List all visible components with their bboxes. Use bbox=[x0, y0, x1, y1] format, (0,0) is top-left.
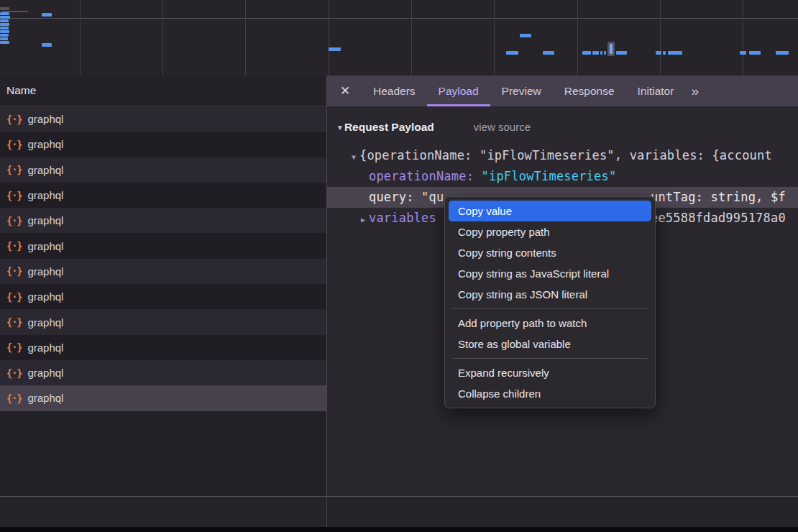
selected-request-bar bbox=[610, 44, 613, 54]
name-column-label: Name bbox=[6, 84, 36, 97]
network-request-row[interactable]: {·}graphql bbox=[0, 335, 326, 360]
request-timing-bar bbox=[776, 51, 789, 55]
request-timing-bar bbox=[616, 51, 627, 55]
request-name-label: graphql bbox=[27, 240, 63, 252]
tab-headers[interactable]: Headers bbox=[362, 75, 427, 106]
json-braces-icon: {·} bbox=[6, 139, 22, 150]
request-name-label: graphql bbox=[27, 138, 63, 150]
footer-divider bbox=[0, 496, 798, 497]
tab-initiator[interactable]: Initiator bbox=[626, 75, 686, 106]
network-request-row[interactable]: {·}graphql bbox=[0, 106, 326, 132]
request-timing-bar bbox=[600, 51, 602, 55]
request-timing-bar bbox=[604, 51, 606, 55]
menu-item-copy-value[interactable]: Copy value bbox=[449, 201, 651, 221]
request-timing-bar bbox=[0, 37, 8, 40]
request-name-label: graphql bbox=[27, 214, 63, 226]
menu-separator bbox=[452, 308, 648, 309]
panel-split-divider[interactable] bbox=[326, 75, 327, 527]
object-preview-text: {operationName: "ipFlowTimeseries", vari… bbox=[359, 148, 772, 162]
menu-item-expand-recursively[interactable]: Expand recursively bbox=[449, 362, 651, 383]
request-timing-bar bbox=[663, 51, 666, 55]
overview-gridline bbox=[494, 0, 495, 75]
collapse-triangle-icon[interactable]: ▼ bbox=[348, 147, 359, 166]
network-request-row[interactable]: {·}graphql bbox=[0, 183, 326, 208]
request-timing-bar bbox=[0, 34, 9, 37]
request-name-label: graphql bbox=[27, 392, 63, 404]
network-request-row[interactable]: {·}graphql bbox=[0, 284, 326, 309]
overview-gridline bbox=[245, 0, 246, 75]
tab-preview[interactable]: Preview bbox=[490, 75, 553, 106]
request-name-label: graphql bbox=[27, 113, 63, 125]
request-name-label: graphql bbox=[27, 290, 63, 303]
query-right-fragment: untTag: string, $f bbox=[651, 187, 786, 208]
network-request-row[interactable]: {·}graphql bbox=[0, 360, 326, 385]
menu-item-collapse-children[interactable]: Collapse children bbox=[449, 383, 651, 404]
menu-item-copy-string-as-json-literal[interactable]: Copy string as JSON literal bbox=[449, 284, 651, 305]
request-timing-bar bbox=[0, 30, 9, 33]
section-title: Request Payload bbox=[344, 121, 434, 133]
property-value: "ipFlowTimeseries" bbox=[482, 169, 617, 183]
menu-item-copy-string-contents[interactable]: Copy string contents bbox=[449, 242, 651, 263]
request-timing-bar bbox=[582, 51, 591, 55]
network-request-row[interactable]: {·}graphql bbox=[0, 132, 326, 157]
json-braces-icon: {·} bbox=[6, 114, 22, 125]
request-timing-bar bbox=[543, 51, 554, 55]
request-list: {·}graphql{·}graphql{·}graphql{·}graphql… bbox=[0, 106, 326, 496]
request-name-label: graphql bbox=[27, 316, 63, 329]
request-timing-bar bbox=[0, 7, 9, 10]
request-timing-bar bbox=[0, 16, 10, 19]
detail-tab-bar: ✕ HeadersPayloadPreviewResponseInitiator… bbox=[327, 75, 798, 106]
json-braces-icon: {·} bbox=[6, 341, 22, 353]
operation-name-row[interactable]: operationName: "ipFlowTimeseries" bbox=[327, 166, 798, 187]
network-overview-timeline[interactable] bbox=[0, 0, 798, 76]
request-timing-bar bbox=[42, 13, 52, 17]
network-request-row[interactable]: {·}graphql bbox=[0, 385, 326, 411]
json-braces-icon: {·} bbox=[6, 291, 22, 303]
request-name-label: graphql bbox=[27, 164, 63, 176]
tab-payload[interactable]: Payload bbox=[427, 75, 490, 106]
menu-item-copy-string-as-javascript-literal[interactable]: Copy string as JavaScript literal bbox=[449, 263, 651, 284]
json-braces-icon: {·} bbox=[6, 190, 22, 201]
view-source-link[interactable]: view source bbox=[474, 121, 531, 133]
request-timing-bar bbox=[42, 43, 52, 47]
expand-triangle-icon[interactable]: ▶ bbox=[357, 209, 369, 229]
request-timing-bar bbox=[592, 51, 599, 55]
json-braces-icon: {·} bbox=[6, 367, 22, 379]
close-icon[interactable]: ✕ bbox=[334, 75, 356, 106]
property-key: variables bbox=[369, 211, 436, 225]
window-bottom-edge bbox=[0, 527, 798, 532]
json-braces-icon: {·} bbox=[6, 164, 22, 175]
network-request-row[interactable]: {·}graphql bbox=[0, 309, 326, 334]
overview-horizontal-gridline bbox=[0, 18, 798, 19]
request-name-label: graphql bbox=[27, 367, 63, 379]
overview-gridline bbox=[329, 0, 329, 75]
menu-item-add-property-path-to-watch[interactable]: Add property path to watch bbox=[449, 313, 651, 334]
overview-gridline bbox=[660, 0, 661, 75]
overview-gridline bbox=[743, 0, 743, 75]
request-name-label: graphql bbox=[27, 341, 63, 354]
network-request-row[interactable]: {·}graphql bbox=[0, 208, 326, 233]
payload-root-row[interactable]: ▼{operationName: "ipFlowTimeseries", var… bbox=[327, 145, 798, 166]
context-menu: Copy valueCopy property pathCopy string … bbox=[444, 196, 656, 408]
request-timing-bar bbox=[0, 41, 9, 44]
menu-item-copy-property-path[interactable]: Copy property path bbox=[449, 221, 651, 242]
more-tabs-icon[interactable]: » bbox=[691, 75, 697, 106]
menu-separator bbox=[452, 358, 648, 359]
network-request-row[interactable]: {·}graphql bbox=[0, 259, 326, 284]
request-payload-section-header[interactable]: ▼Request Payloadview source bbox=[327, 116, 531, 138]
json-braces-icon: {·} bbox=[6, 240, 22, 252]
network-request-row[interactable]: {·}graphql bbox=[0, 157, 326, 183]
network-request-row[interactable]: {·}graphql bbox=[0, 233, 326, 258]
request-name-label: graphql bbox=[27, 265, 63, 278]
request-name-label: graphql bbox=[27, 189, 63, 201]
collapse-triangle-icon[interactable]: ▼ bbox=[336, 124, 344, 132]
name-column-header[interactable]: Name bbox=[0, 75, 326, 106]
overview-gridline bbox=[577, 0, 578, 75]
tab-response[interactable]: Response bbox=[553, 75, 626, 106]
request-timing-bar bbox=[0, 27, 9, 29]
menu-item-store-as-global-variable[interactable]: Store as global variable bbox=[449, 334, 651, 354]
property-key: operationName: bbox=[369, 169, 474, 183]
request-timing-bar bbox=[740, 51, 746, 55]
variables-right-fragment: ee5588fdad995178a0 bbox=[651, 208, 786, 229]
request-timing-bar bbox=[0, 19, 9, 22]
